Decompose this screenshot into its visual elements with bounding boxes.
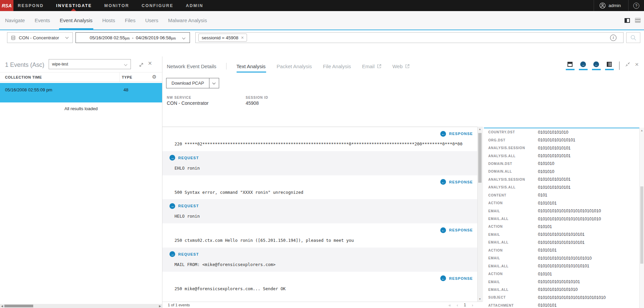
sub-nav-item-users[interactable]: Users xyxy=(145,11,158,30)
top-nav-item-respond[interactable]: RESPOND xyxy=(18,3,44,8)
meta-value[interactable]: 0101010101010101010101 xyxy=(538,264,589,268)
meta-key[interactable]: EMAIL.ALL xyxy=(488,217,538,221)
meta-key[interactable]: DOMAIN.ALL xyxy=(488,170,538,173)
first-page-icon[interactable]: « xyxy=(448,303,451,308)
top-nav-item-investigate[interactable]: INVESTIGATE xyxy=(56,3,92,8)
close-detail-button[interactable]: × xyxy=(635,61,639,67)
sub-nav-item-files[interactable]: Files xyxy=(125,11,136,30)
meta-value[interactable]: 010101 xyxy=(538,272,552,276)
meta-key[interactable]: ANALYSIS.ALL xyxy=(488,185,538,189)
service-selector[interactable]: CON - Concentrator xyxy=(7,32,73,43)
meta-key[interactable]: ACTION xyxy=(488,249,538,252)
scrollbar-thumb[interactable] xyxy=(640,186,643,264)
gear-icon[interactable]: ⚙ xyxy=(152,74,156,80)
event-row[interactable]: 05/16/2008 02:55:09 pm48 xyxy=(0,83,162,102)
top-nav-item-configure[interactable]: CONFIGURE xyxy=(142,3,174,8)
scroll-right-icon[interactable]: ▶ xyxy=(159,305,161,308)
scrollbar-thumb[interactable] xyxy=(478,133,482,183)
meta-value[interactable]: 01010101010101010101010101010 xyxy=(538,295,606,300)
meta-key[interactable]: EMAIL.ALL xyxy=(488,264,538,268)
preferences-icon[interactable] xyxy=(635,18,641,23)
query-filter-chip[interactable]: sessionid = 45908 × xyxy=(198,34,247,42)
top-nav-item-admin[interactable]: ADMIN xyxy=(186,3,203,8)
meta-value[interactable]: 010101010101010101010101010 xyxy=(538,217,601,221)
scroll-down-icon[interactable]: ▼ xyxy=(478,298,482,301)
show-requests-toggle[interactable]: → xyxy=(579,61,588,70)
meta-key[interactable]: ANALYSIS.SESSION xyxy=(488,146,538,150)
tab-file-analysis[interactable]: File Analysis xyxy=(323,63,351,69)
meta-key[interactable]: ACTION xyxy=(488,201,538,205)
rsa-logo[interactable]: RSA xyxy=(0,0,13,11)
scroll-up-icon[interactable]: ▲ xyxy=(478,128,482,131)
query-input[interactable]: sessionid = 45908 × i xyxy=(195,32,624,43)
sub-nav-item-navigate[interactable]: Navigate xyxy=(5,11,25,30)
tab-packet-analysis[interactable]: Packet Analysis xyxy=(277,63,312,69)
meta-value[interactable]: 01010101010101 xyxy=(538,185,571,190)
show-meta-toggle[interactable] xyxy=(605,61,614,70)
column-layout-icon[interactable] xyxy=(625,18,630,23)
message-direction-label[interactable]: REQUEST xyxy=(178,156,199,160)
username[interactable]: admin xyxy=(608,3,621,8)
close-panel-icon[interactable]: × xyxy=(148,59,152,67)
previous-page-icon[interactable]: ‹ xyxy=(457,303,458,308)
current-page[interactable]: 1 xyxy=(464,303,466,307)
meta-value[interactable]: 01010101010101010 xyxy=(538,287,578,292)
help-icon[interactable]: ? xyxy=(633,3,639,9)
meta-key[interactable]: SUBJECT xyxy=(488,296,538,299)
search-button[interactable] xyxy=(626,32,640,43)
tab-network-event-details[interactable]: Network Event Details xyxy=(167,63,216,69)
meta-value[interactable]: 010101010101010101 xyxy=(538,279,580,284)
meta-key[interactable]: EMAIL.ALL xyxy=(488,288,538,292)
column-header-type[interactable]: TYPE xyxy=(122,75,132,79)
meta-key[interactable]: COUNTRY.DST xyxy=(488,130,538,134)
sub-nav-item-hosts[interactable]: Hosts xyxy=(102,11,115,30)
tab-email[interactable]: Email xyxy=(362,63,382,69)
message-direction-label[interactable]: RESPONSE xyxy=(449,132,473,136)
meta-value[interactable]: 01010101 xyxy=(538,201,557,206)
scrollbar-thumb[interactable] xyxy=(4,305,33,307)
message-direction-label[interactable]: RESPONSE xyxy=(449,228,473,232)
download-pcap-button[interactable]: Download PCAP xyxy=(166,78,219,88)
meta-key[interactable]: EMAIL xyxy=(488,280,538,284)
info-icon[interactable]: i xyxy=(610,35,616,41)
message-direction-label[interactable]: REQUEST xyxy=(178,204,199,208)
meta-value[interactable]: 01010101010101010101 xyxy=(538,240,585,245)
meta-key[interactable]: EMAIL.ALL xyxy=(488,240,538,244)
meta-value[interactable]: 01010101 xyxy=(538,303,557,308)
message-direction-label[interactable]: RESPONSE xyxy=(449,276,473,280)
download-options-toggle[interactable] xyxy=(209,78,219,88)
collapse-panel-button[interactable] xyxy=(625,61,631,67)
meta-value[interactable]: 01010101010101 xyxy=(538,146,571,150)
meta-value[interactable]: 0101010101010101 xyxy=(538,138,575,142)
event-profile-select[interactable]: wipe-test xyxy=(49,59,131,69)
tab-text-analysis[interactable]: Text Analysis xyxy=(237,63,266,69)
meta-key[interactable]: ANALYSIS.ALL xyxy=(488,154,538,158)
time-range-selector[interactable]: 05/16/2008 02:55 pm - 04/26/2019 06:58 p… xyxy=(76,32,190,43)
vertical-scrollbar[interactable]: ▲ ▼ xyxy=(477,127,482,302)
sub-nav-item-event-analysis[interactable]: Event Analysis xyxy=(60,11,93,30)
meta-value[interactable]: 0101010 xyxy=(538,169,554,174)
meta-value[interactable]: 010101 xyxy=(538,224,552,229)
show-header-toggle[interactable] xyxy=(566,61,575,70)
meta-value[interactable]: 0101010 xyxy=(538,161,554,166)
meta-scrollbar[interactable]: ▲ xyxy=(639,128,644,308)
meta-value[interactable]: 01010101010101 xyxy=(538,153,571,158)
meta-key[interactable]: DOMAIN.DST xyxy=(488,162,538,166)
top-nav-item-monitor[interactable]: MONITOR xyxy=(104,3,129,8)
meta-key[interactable]: ATTACHMENT xyxy=(488,304,538,307)
column-header-collection-time[interactable]: COLLECTION TIME xyxy=(5,75,42,79)
message-direction-label[interactable]: RESPONSE xyxy=(449,180,473,184)
message-direction-label[interactable]: REQUEST xyxy=(178,252,199,256)
meta-key[interactable]: EMAIL xyxy=(488,209,538,213)
tab-web[interactable]: Web xyxy=(392,63,409,69)
sub-nav-item-events[interactable]: Events xyxy=(35,11,50,30)
meta-key[interactable]: EMAIL xyxy=(488,256,538,260)
meta-key[interactable]: ORG.DST xyxy=(488,138,538,142)
show-responses-toggle[interactable]: ← xyxy=(592,61,601,70)
meta-key[interactable]: ACTION xyxy=(488,272,538,276)
sub-nav-item-malware-analysis[interactable]: Malware Analysis xyxy=(168,11,207,30)
scroll-up-icon[interactable]: ▲ xyxy=(640,129,644,132)
meta-value[interactable]: 01010101010101010101010 xyxy=(538,256,592,261)
meta-key[interactable]: ACTION xyxy=(488,225,538,228)
meta-value[interactable]: 01010101 xyxy=(538,248,557,253)
